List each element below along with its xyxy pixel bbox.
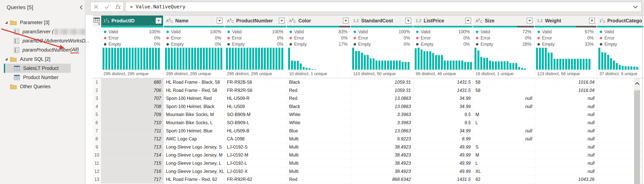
cell[interactable]: 38.4923 xyxy=(351,151,413,159)
cell[interactable]: 1059.31 xyxy=(351,78,413,86)
cell[interactable]: null xyxy=(535,119,597,127)
expand-triangle-icon[interactable] xyxy=(5,58,8,60)
cell[interactable]: White xyxy=(287,119,351,127)
cell[interactable]: Black xyxy=(287,103,351,111)
cell[interactable]: 712 xyxy=(101,135,164,143)
row-number[interactable]: 7 xyxy=(92,127,101,135)
cell[interactable]: Multi xyxy=(287,159,351,167)
cell[interactable]: CA-1098 xyxy=(225,135,287,143)
cell[interactable]: 706 xyxy=(101,86,164,95)
cell[interactable]: 1059.31 xyxy=(351,86,413,95)
column-header-color[interactable]: ABCColor xyxy=(287,15,351,26)
cell[interactable]: 9.5 xyxy=(413,119,473,127)
cell[interactable]: HL Road Frame - Red, 58 xyxy=(164,86,225,95)
row-number[interactable]: 2 xyxy=(92,86,101,95)
cell[interactable]: L xyxy=(473,119,535,127)
column-header-name[interactable]: ABCName xyxy=(164,15,225,26)
cell[interactable]: 62 xyxy=(473,175,535,183)
cell[interactable]: 3.3963 xyxy=(351,119,413,127)
tree-group-azure-sql-2-[interactable]: Azure SQL [2] xyxy=(0,54,85,64)
cell[interactable]: null xyxy=(473,95,535,103)
cell[interactable]: 714 xyxy=(101,151,164,159)
cell[interactable]: 1431.5 xyxy=(413,175,473,183)
cell[interactable]: 49.99 xyxy=(413,143,473,151)
filter-dropdown-button[interactable] xyxy=(156,18,162,24)
row-number[interactable]: 10 xyxy=(92,151,101,159)
cell[interactable]: 1016.04 xyxy=(535,78,597,86)
cell[interactable]: HL-U509-R xyxy=(225,95,287,103)
cell[interactable]: null xyxy=(473,103,535,111)
row-number[interactable]: 6 xyxy=(92,119,101,127)
cell[interactable]: Black xyxy=(287,78,351,86)
cell[interactable]: 3.3963 xyxy=(351,111,413,119)
filter-dropdown-button[interactable] xyxy=(217,18,222,24)
row-number[interactable]: 11 xyxy=(92,159,101,167)
cell[interactable]: LJ-0192-S xyxy=(225,143,287,151)
cell[interactable]: 713 xyxy=(101,143,164,151)
scrollbar-thumb[interactable] xyxy=(634,90,640,184)
cell[interactable]: null xyxy=(535,95,597,103)
cell[interactable]: null xyxy=(535,103,597,111)
cell[interactable]: Multi xyxy=(287,167,351,176)
cell[interactable]: 1431.5 xyxy=(413,86,473,95)
cell[interactable]: 34.99 xyxy=(413,127,473,135)
cell[interactable]: 711 xyxy=(101,127,164,135)
cell[interactable]: FR-R92R-58 xyxy=(225,86,287,95)
cell[interactable]: 6.9223 xyxy=(351,135,413,143)
cell[interactable]: 716 xyxy=(101,167,164,176)
cell[interactable]: 9.5 xyxy=(413,111,473,119)
cell[interactable]: 1043.26 xyxy=(535,175,597,183)
cell[interactable]: 34.99 xyxy=(413,95,473,103)
cell[interactable]: XL xyxy=(473,167,535,176)
row-number[interactable]: 4 xyxy=(92,103,101,111)
column-header-size[interactable]: ABCSize xyxy=(473,15,535,26)
cell[interactable]: HL Road Frame - Red, 62 xyxy=(164,175,225,183)
column-header-productnumber[interactable]: ABCProductNumber xyxy=(225,15,287,26)
cell[interactable]: null xyxy=(535,135,597,143)
cell[interactable]: 49.99 xyxy=(413,167,473,176)
cell[interactable]: Red xyxy=(287,95,351,103)
cell[interactable]: 49.99 xyxy=(413,159,473,167)
cell[interactable]: 58 xyxy=(473,78,535,86)
cell[interactable]: White xyxy=(287,111,351,119)
cell[interactable]: 8.99 xyxy=(413,135,473,143)
row-number[interactable]: 9 xyxy=(92,143,101,151)
commit-button[interactable] xyxy=(103,2,111,11)
cell[interactable]: SO-B909-L xyxy=(225,119,287,127)
cell[interactable]: Multi xyxy=(287,143,351,151)
tree-item-saleslt-product[interactable]: SalesLT Product xyxy=(0,64,85,73)
cell[interactable]: 1016.04 xyxy=(535,86,597,95)
cell[interactable]: 13.0863 xyxy=(351,95,413,103)
cell[interactable]: 1431.5 xyxy=(413,78,473,86)
cell[interactable]: FR-R92R-62 xyxy=(225,175,287,183)
tree-item-product-number[interactable]: Product Number xyxy=(0,73,85,82)
cell[interactable]: 34.99 xyxy=(413,103,473,111)
cell[interactable]: null xyxy=(473,135,535,143)
cell[interactable]: null xyxy=(535,127,597,135)
scroll-up-button[interactable] xyxy=(634,78,640,89)
row-number[interactable]: 8 xyxy=(92,135,101,143)
cell[interactable]: 38.4923 xyxy=(351,159,413,167)
cell[interactable]: 13.0863 xyxy=(351,103,413,111)
filter-dropdown-button[interactable] xyxy=(343,18,349,24)
cell[interactable]: 38.4923 xyxy=(351,143,413,151)
collapse-pane-button[interactable] xyxy=(78,5,84,11)
tree-item-paramproductnumber[interactable]: paramProductNumber (All) xyxy=(0,45,85,54)
cell[interactable]: LJ-0192-X xyxy=(225,167,287,176)
column-header-listprice[interactable]: 1.2ListPrice xyxy=(413,15,473,26)
cell[interactable]: M xyxy=(473,111,535,119)
cell[interactable]: 38.4923 xyxy=(351,167,413,176)
tree-item-paramserver[interactable]: paramServer ( xyxy=(0,27,85,36)
row-number[interactable]: 5 xyxy=(92,111,101,119)
cell[interactable]: AWC Logo Cap xyxy=(164,135,225,143)
tree-group-other-queries[interactable]: Other Queries xyxy=(0,82,85,91)
filter-dropdown-button[interactable] xyxy=(279,18,285,24)
cell[interactable]: Multi xyxy=(287,135,351,143)
filter-dropdown-button[interactable] xyxy=(406,18,411,24)
filter-dropdown-button[interactable] xyxy=(465,18,471,24)
cell[interactable]: FR-R92B-58 xyxy=(225,78,287,86)
cell[interactable]: Mountain Bike Socks, L xyxy=(164,119,225,127)
cell[interactable]: null xyxy=(535,111,597,119)
cell[interactable]: null xyxy=(535,143,597,151)
cell[interactable]: Multi xyxy=(287,151,351,159)
